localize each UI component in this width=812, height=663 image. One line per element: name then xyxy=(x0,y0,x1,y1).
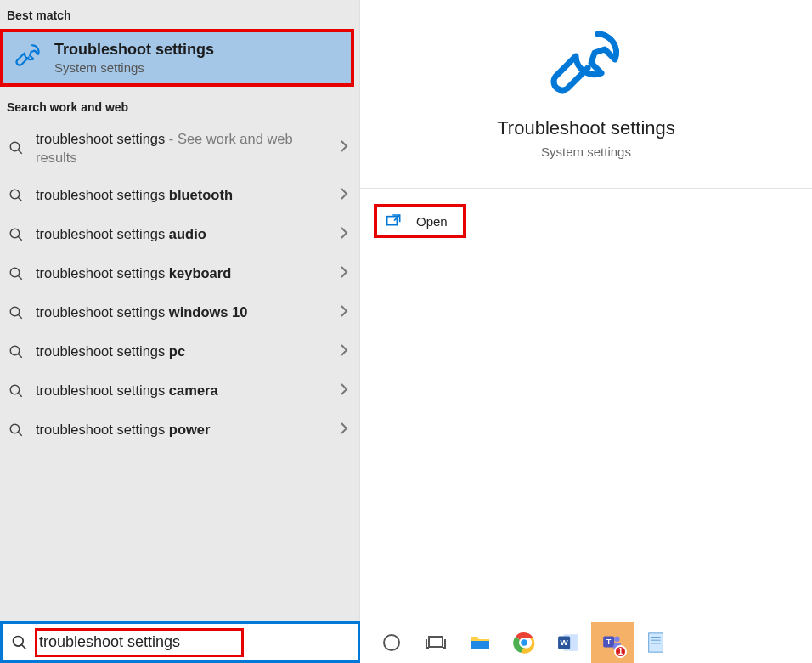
chevron-right-icon xyxy=(339,382,349,400)
search-icon xyxy=(7,344,25,360)
search-icon xyxy=(7,383,25,399)
taskbar-apps: W T 1 xyxy=(360,621,812,663)
details-subtitle: System settings xyxy=(541,144,631,159)
svg-point-14 xyxy=(521,639,527,646)
svg-rect-8 xyxy=(387,217,398,225)
svg-point-1 xyxy=(10,190,20,199)
suggestion-text: troubleshoot settings bluetooth xyxy=(36,185,329,204)
chevron-right-icon xyxy=(339,187,349,204)
svg-point-3 xyxy=(10,268,20,277)
search-results-panel: Best match Troubleshoot settings System … xyxy=(0,0,360,620)
suggestion-text: troubleshoot settings power xyxy=(36,420,329,439)
chevron-right-icon xyxy=(339,343,349,360)
suggestion-text: troubleshoot settings camera xyxy=(36,381,329,400)
suggestion-item[interactable]: troubleshoot settings camera xyxy=(0,371,359,411)
open-button[interactable]: Open xyxy=(374,204,466,238)
svg-text:W: W xyxy=(561,638,569,647)
svg-point-0 xyxy=(10,143,20,152)
open-label: Open xyxy=(416,214,448,229)
details-panel: Troubleshoot settings System settings Op… xyxy=(360,0,812,620)
search-icon xyxy=(7,140,25,156)
svg-text:T: T xyxy=(606,638,612,646)
suggestion-text: troubleshoot settings pc xyxy=(36,342,329,360)
best-match-header: Best match xyxy=(0,0,359,29)
chevron-right-icon xyxy=(339,226,349,243)
details-title: Troubleshoot settings xyxy=(497,117,675,139)
svg-point-9 xyxy=(14,636,24,646)
suggestion-text: troubleshoot settings keyboard xyxy=(36,264,329,282)
search-icon xyxy=(7,266,25,281)
search-input[interactable] xyxy=(39,633,236,651)
suggestion-item[interactable]: troubleshoot settings power xyxy=(0,411,359,450)
best-match-item[interactable]: Troubleshoot settings System settings xyxy=(0,29,354,87)
search-icon xyxy=(7,227,25,242)
svg-point-2 xyxy=(10,229,20,238)
suggestion-item[interactable]: troubleshoot settings bluetooth xyxy=(0,176,359,215)
notepad-button[interactable] xyxy=(635,622,678,663)
search-icon xyxy=(7,305,25,320)
teams-button[interactable]: T 1 xyxy=(591,622,634,663)
chrome-button[interactable] xyxy=(503,622,545,663)
best-match-subtitle: System settings xyxy=(54,60,214,75)
search-section-header: Search work and web xyxy=(0,92,359,121)
wrench-icon xyxy=(545,24,627,109)
cortana-button[interactable] xyxy=(370,622,413,663)
search-icon xyxy=(7,422,25,438)
chevron-right-icon xyxy=(339,139,349,156)
best-match-title: Troubleshoot settings xyxy=(54,41,214,59)
svg-point-7 xyxy=(10,424,20,434)
search-icon xyxy=(7,188,25,203)
search-icon xyxy=(3,634,37,651)
svg-point-4 xyxy=(10,307,20,316)
svg-point-6 xyxy=(10,385,20,394)
search-input-highlight xyxy=(35,628,244,657)
chevron-right-icon xyxy=(339,304,349,321)
suggestion-item[interactable]: troubleshoot settings - See work and web… xyxy=(0,121,359,176)
suggestion-item[interactable]: troubleshoot settings audio xyxy=(0,215,359,254)
svg-point-5 xyxy=(10,346,20,355)
suggestion-item[interactable]: troubleshoot settings keyboard xyxy=(0,254,359,293)
task-view-button[interactable] xyxy=(414,622,457,663)
chevron-right-icon xyxy=(339,265,349,282)
taskbar: W T 1 xyxy=(0,620,812,663)
suggestion-list: troubleshoot settings - See work and web… xyxy=(0,121,359,450)
chevron-right-icon xyxy=(339,422,349,439)
suggestion-text: troubleshoot settings audio xyxy=(36,224,329,243)
suggestion-text: troubleshoot settings - See work and web… xyxy=(36,129,329,167)
suggestion-item[interactable]: troubleshoot settings pc xyxy=(0,332,359,371)
notification-badge: 1 xyxy=(614,645,627,658)
suggestion-text: troubleshoot settings windows 10 xyxy=(36,303,329,321)
svg-rect-11 xyxy=(429,637,443,647)
svg-point-20 xyxy=(614,636,620,642)
open-icon xyxy=(386,212,403,230)
taskbar-search[interactable] xyxy=(0,621,360,663)
file-explorer-button[interactable] xyxy=(459,622,501,663)
wrench-icon xyxy=(14,42,42,74)
word-button[interactable]: W xyxy=(547,622,589,663)
svg-rect-21 xyxy=(649,632,663,651)
svg-point-10 xyxy=(384,635,399,650)
suggestion-item[interactable]: troubleshoot settings windows 10 xyxy=(0,293,359,332)
best-match-text: Troubleshoot settings System settings xyxy=(54,41,214,75)
